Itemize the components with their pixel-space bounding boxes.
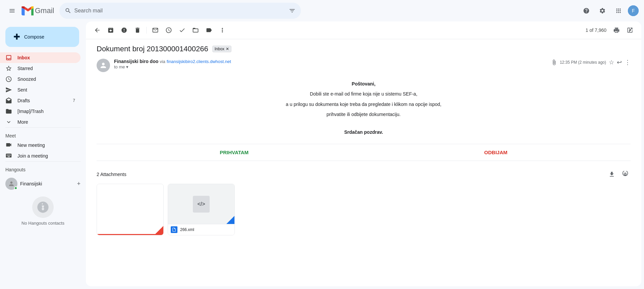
join-meeting-label: Join a meeting bbox=[17, 153, 48, 159]
hangouts-section-label: Hangouts bbox=[0, 162, 86, 174]
accept-link[interactable]: PRIHVATAM bbox=[220, 150, 249, 155]
new-meeting-item[interactable]: New meeting bbox=[0, 140, 80, 151]
drafts-icon bbox=[5, 97, 12, 104]
xml-type-icon bbox=[171, 226, 177, 233]
app-container: Gmail F ✚ Compose bbox=[0, 0, 644, 289]
email-line2: a u prilogu su dokumenta koje treba da p… bbox=[97, 101, 631, 108]
star-icon bbox=[5, 65, 12, 72]
remove-label-button[interactable]: ✕ bbox=[226, 47, 229, 51]
email-subject: Dokument broj 201300001400266 bbox=[97, 45, 208, 53]
email-line3: prihvatite ili odbijete dokumentaciju. bbox=[97, 111, 631, 118]
sidebar-item-label: Drafts bbox=[17, 98, 30, 103]
archive-button[interactable] bbox=[105, 24, 117, 36]
attachment-pdf[interactable]: PDF 266_dok.pdf bbox=[97, 184, 164, 235]
email-greeting: Poštovani, bbox=[97, 80, 631, 88]
top-bar-actions: F bbox=[580, 4, 639, 17]
attachments-section: 2 Attachments bbox=[97, 169, 631, 235]
hangout-avatar bbox=[5, 178, 17, 190]
sidebar-item-drafts[interactable]: Drafts 7 bbox=[0, 95, 80, 106]
move-button[interactable] bbox=[190, 24, 202, 36]
sidebar-item-label: Inbox bbox=[17, 55, 30, 60]
sidebar-item-sent[interactable]: Sent bbox=[0, 84, 80, 95]
mark-done-button[interactable] bbox=[176, 24, 188, 36]
attachment-actions bbox=[606, 169, 631, 180]
inbox-badge: Inbox ✕ bbox=[212, 46, 231, 52]
pdf-preview-content bbox=[127, 191, 133, 227]
email-subject-line: Dokument broj 201300001400266 Inbox ✕ bbox=[97, 45, 631, 53]
search-input[interactable] bbox=[74, 8, 286, 14]
sidebar-item-label: Snoozed bbox=[17, 76, 36, 82]
sidebar-item-label: [Imap]/Trash bbox=[17, 109, 44, 114]
email-window-actions bbox=[610, 24, 636, 36]
search-icon bbox=[65, 7, 71, 14]
reply-email-button[interactable]: ↩ bbox=[617, 59, 622, 66]
sidebar-item-imap-trash[interactable]: [Imap]/Trash bbox=[0, 106, 80, 117]
sender-email-link[interactable]: finansijskibiro2.clients.dwhost.net bbox=[167, 59, 231, 64]
help-button[interactable] bbox=[580, 4, 593, 17]
no-hangouts-avatar bbox=[32, 196, 54, 218]
main-area: ✚ Compose Inbox Starred Snooz bbox=[0, 21, 644, 289]
settings-button[interactable] bbox=[596, 4, 609, 17]
star-email-button[interactable]: ☆ bbox=[609, 59, 614, 66]
hamburger-button[interactable] bbox=[5, 4, 19, 17]
sidebar-item-more[interactable]: More bbox=[0, 117, 80, 127]
xml-footer: 266.xml bbox=[168, 224, 234, 235]
email-meta: 12:35 PM (2 minutes ago) ☆ ↩ ⋮ bbox=[551, 59, 631, 66]
delete-button[interactable] bbox=[131, 24, 144, 36]
more-toolbar-button[interactable] bbox=[216, 24, 228, 36]
email-header: Finansijski biro doo via finansijskibiro… bbox=[97, 59, 631, 72]
sidebar-item-label: More bbox=[17, 119, 28, 125]
reject-link[interactable]: ODBIJAM bbox=[484, 150, 507, 155]
pdf-corner-decoration bbox=[155, 226, 163, 234]
send-icon bbox=[5, 86, 12, 93]
sidebar-item-snoozed[interactable]: Snoozed bbox=[0, 74, 80, 84]
gmail-logo: Gmail bbox=[21, 6, 54, 15]
sender-name-line: Finansijski biro doo via finansijskibiro… bbox=[114, 59, 551, 64]
more-email-actions[interactable]: ⋮ bbox=[625, 59, 631, 66]
hangouts-section: Finansijski + No Hangouts contacts bbox=[0, 174, 86, 234]
attachment-xml[interactable]: </> 266.xml bbox=[168, 184, 235, 235]
inbox-icon bbox=[5, 54, 12, 61]
expand-recipients[interactable]: ▾ bbox=[126, 64, 128, 69]
sender-avatar bbox=[97, 59, 110, 72]
svg-text:F: F bbox=[632, 8, 635, 13]
inbox-badge-label: Inbox bbox=[215, 47, 224, 51]
attachments-title: 2 Attachments bbox=[97, 172, 126, 177]
pdf-footer: PDF 266_dok.pdf bbox=[97, 235, 163, 235]
sidebar-item-inbox[interactable]: Inbox bbox=[0, 52, 80, 63]
snooze-button[interactable] bbox=[163, 24, 175, 36]
sender-name: Finansijski biro doo bbox=[114, 59, 158, 64]
apps-button[interactable] bbox=[612, 4, 625, 17]
search-filter-icon[interactable] bbox=[289, 7, 296, 14]
email-time: 12:35 PM (2 minutes ago) bbox=[560, 60, 606, 65]
mark-unread-button[interactable] bbox=[149, 24, 161, 36]
attachment-indicator-icon bbox=[551, 59, 557, 65]
email-content-area: 1 of 7,960 Dokument broj 201300001400266… bbox=[86, 21, 641, 286]
pdf-preview bbox=[97, 184, 163, 235]
sidebar-item-starred[interactable]: Starred bbox=[0, 63, 80, 74]
print-button[interactable] bbox=[610, 24, 623, 36]
pagination-info: 1 of 7,960 bbox=[586, 27, 606, 33]
save-to-drive-button[interactable] bbox=[620, 169, 631, 180]
drafts-badge: 7 bbox=[73, 98, 75, 103]
expand-icon bbox=[5, 119, 12, 125]
hangout-username: Finansijski bbox=[20, 181, 42, 186]
to-me-label: to me bbox=[114, 64, 125, 69]
new-meeting-label: New meeting bbox=[17, 142, 45, 148]
download-all-button[interactable] bbox=[606, 169, 617, 180]
open-in-new-button[interactable] bbox=[624, 24, 636, 36]
no-hangouts-text: No Hangouts contacts bbox=[21, 221, 64, 226]
add-hangout-button[interactable]: + bbox=[77, 180, 80, 187]
hangout-user[interactable]: Finansijski + bbox=[5, 176, 80, 191]
sidebar: ✚ Compose Inbox Starred Snooz bbox=[0, 21, 86, 289]
sidebar-item-label: Starred bbox=[17, 66, 33, 71]
folder-icon bbox=[5, 108, 12, 115]
search-bar bbox=[59, 3, 301, 19]
back-button[interactable] bbox=[91, 24, 103, 36]
label-button[interactable] bbox=[203, 24, 215, 36]
avatar[interactable]: F bbox=[628, 5, 639, 16]
join-meeting-item[interactable]: Join a meeting bbox=[0, 151, 80, 161]
clock-icon bbox=[5, 76, 12, 82]
report-spam-button[interactable] bbox=[118, 24, 130, 36]
compose-button[interactable]: ✚ Compose bbox=[5, 27, 79, 47]
